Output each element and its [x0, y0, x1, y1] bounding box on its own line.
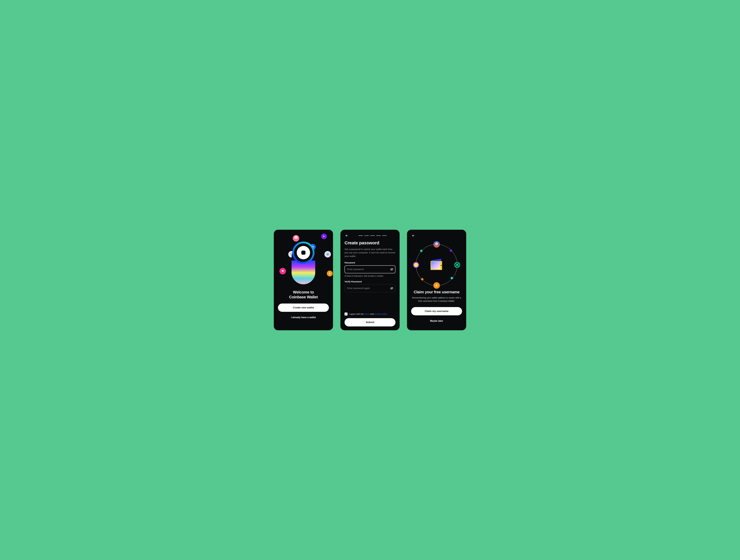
sun-badge-icon — [413, 262, 419, 268]
agree-text: I agree with the terms and privacy polic… — [349, 313, 387, 315]
page-subtitle: Set a password to unlock your wallet eac… — [345, 247, 395, 258]
logo-ring — [292, 241, 314, 264]
bitcoin-icon — [327, 270, 333, 276]
svg-point-9 — [441, 265, 442, 266]
welcome-title-line1: Welcome to — [278, 290, 329, 295]
agree-prefix: I agree with the — [349, 313, 364, 315]
claim-username-button[interactable]: Claim my username — [411, 307, 462, 315]
welcome-title: Welcome to Coinbase Wallet — [278, 290, 329, 299]
megaphone-icon — [321, 234, 327, 239]
wallet-icon — [429, 257, 445, 272]
accent-dot-icon — [450, 276, 453, 279]
coinbase-logo-icon — [297, 246, 310, 259]
welcome-title-line2: Coinbase Wallet — [278, 295, 329, 300]
header-row — [345, 234, 395, 238]
claim-subtitle: Remembering your wallet address is easie… — [411, 296, 462, 303]
create-wallet-button[interactable]: Create new wallet — [278, 304, 329, 312]
terms-link[interactable]: terms — [364, 313, 370, 315]
agree-row: I agree with the terms and privacy polic… — [345, 313, 395, 316]
claim-title: Claim your free username — [411, 290, 462, 294]
verify-password-input[interactable] — [345, 284, 395, 292]
svg-rect-7 — [431, 262, 440, 269]
back-button[interactable] — [411, 233, 415, 238]
privacy-link[interactable]: privacy policy — [374, 313, 387, 315]
password-field-wrapper — [345, 265, 395, 273]
maybe-later-button[interactable]: Maybe later — [411, 317, 462, 325]
verify-password-label: Verify Password — [345, 280, 395, 283]
toggle-verify-visibility-button[interactable] — [390, 287, 393, 290]
bull-icon — [279, 268, 286, 274]
turtle-icon — [325, 251, 331, 257]
welcome-screen: Welcome to Coinbase Wallet Create new wa… — [274, 230, 333, 330]
header-row — [411, 234, 462, 238]
agree-checkbox[interactable] — [345, 313, 348, 316]
have-wallet-button[interactable]: I already have a wallet — [278, 314, 329, 321]
avatar-icon — [293, 235, 299, 241]
create-password-screen: Create password Set a password to unlock… — [341, 230, 399, 330]
password-label: Password — [345, 261, 395, 264]
progress-indicator — [358, 235, 387, 236]
eye-off-icon — [390, 268, 393, 271]
agree-mid: and — [370, 313, 374, 315]
orbit-ring — [416, 244, 457, 286]
accent-dot-icon — [450, 249, 452, 252]
submit-button[interactable]: Submit — [345, 318, 395, 326]
eye-off-icon — [390, 287, 393, 290]
check-icon — [345, 313, 347, 315]
toggle-password-visibility-button[interactable] — [390, 268, 393, 271]
verify-password-field-wrapper — [345, 284, 395, 292]
screens-row: Welcome to Coinbase Wallet Create new wa… — [274, 230, 466, 330]
page-title: Create password — [345, 240, 395, 245]
diamond-badge-icon — [454, 262, 460, 268]
arrow-left-icon — [412, 234, 415, 237]
avatar-icon — [433, 241, 440, 248]
claim-username-screen: Claim your free username Remembering you… — [407, 230, 466, 330]
password-hint: At least 8 characters, with at least 1 n… — [345, 275, 395, 277]
orbit-hero — [411, 241, 462, 289]
password-input[interactable] — [345, 265, 395, 273]
welcome-hero — [278, 234, 329, 290]
back-button[interactable] — [345, 233, 349, 238]
accent-dot-icon — [421, 278, 424, 281]
accent-dot-icon — [420, 249, 423, 252]
arrow-left-icon — [345, 234, 348, 237]
bitcoin-icon — [433, 282, 440, 289]
